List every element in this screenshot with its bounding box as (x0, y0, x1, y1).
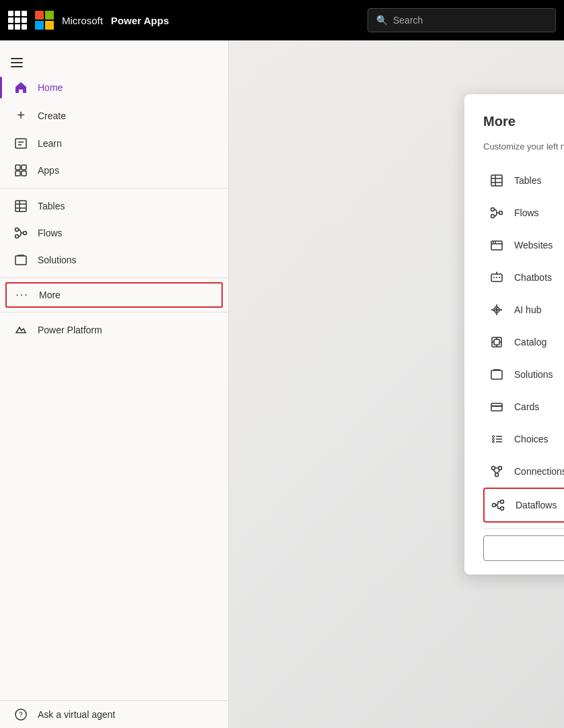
brand-name: Microsoft (62, 15, 103, 26)
more-panel-title: More (483, 114, 516, 129)
svg-point-68 (493, 503, 496, 506)
sidebar-item-more[interactable]: ··· More (7, 284, 221, 306)
svg-point-30 (493, 242, 494, 243)
sidebar-item-apps[interactable]: Apps (0, 157, 228, 184)
more-panel-item-label-dataflows: Dataflows (516, 500, 564, 510)
tables-icon (13, 199, 28, 213)
more-panel-item-label-websites: Websites (514, 240, 564, 251)
sidebar-item-label-home: Home (38, 82, 63, 93)
svg-text:?: ? (19, 711, 23, 719)
svg-line-65 (493, 469, 496, 473)
more-panel-header: More × (483, 110, 564, 132)
sidebar-item-ask-agent[interactable]: ? Ask a virtual agent (0, 701, 228, 728)
sidebar-item-label-solutions: Solutions (38, 255, 77, 265)
more-panel-item-label-tables: Tables (514, 175, 564, 186)
waffle-icon[interactable] (8, 11, 27, 30)
svg-rect-6 (22, 171, 26, 176)
svg-rect-0 (15, 139, 26, 148)
more-panel-item-connections[interactable]: Connections (483, 455, 564, 488)
more-panel-item-label-cards: Cards (514, 401, 564, 412)
svg-point-24 (499, 211, 503, 214)
dataflows-panel-icon (490, 498, 506, 512)
svg-rect-51 (491, 403, 502, 411)
solutions-icon (13, 253, 28, 267)
sidebar-item-label-ask-agent: Ask a virtual agent (38, 709, 115, 720)
microsoft-logo (35, 11, 54, 30)
flows-icon (13, 226, 28, 240)
more-panel-item-label-ai-hub: AI hub (514, 304, 564, 315)
svg-rect-5 (15, 171, 20, 176)
sidebar-item-label-more: More (39, 290, 61, 300)
choices-panel-icon (489, 432, 505, 446)
svg-rect-18 (491, 175, 502, 186)
apps-icon (13, 164, 28, 177)
sidebar-item-learn[interactable]: Learn (0, 130, 228, 157)
hamburger-button[interactable] (0, 51, 228, 74)
sidebar-bottom: ? Ask a virtual agent (0, 700, 228, 728)
sidebar-item-label-apps: Apps (38, 165, 59, 176)
svg-point-12 (24, 232, 27, 235)
websites-panel-icon (489, 238, 505, 252)
svg-rect-49 (491, 370, 502, 379)
svg-rect-43 (494, 339, 499, 345)
hamburger-icon (11, 58, 23, 67)
more-icon: ··· (15, 289, 30, 301)
panel-divider (483, 528, 564, 529)
sidebar-item-label-flows: Flows (38, 228, 63, 238)
search-box[interactable]: 🔍 Search (367, 8, 556, 32)
more-panel-item-flows[interactable]: Flows (483, 197, 564, 229)
svg-point-70 (501, 506, 504, 510)
home-icon (13, 81, 28, 94)
chatbots-panel-icon (489, 271, 505, 284)
sidebar-item-tables[interactable]: Tables (0, 193, 228, 220)
more-item-highlight: ··· More (5, 282, 223, 308)
more-panel-item-catalog[interactable]: Catalog (483, 326, 564, 358)
svg-point-23 (491, 207, 495, 211)
more-panel-item-cards[interactable]: Cards (483, 391, 564, 423)
more-panel-item-label-connections: Connections (514, 466, 564, 477)
svg-rect-7 (15, 201, 26, 211)
more-panel-item-label-solutions: Solutions (514, 369, 564, 380)
more-panel-item-label-choices: Choices (514, 434, 564, 444)
connections-panel-icon (489, 465, 505, 478)
more-panel-subtitle: Customize your left navigation items for… (483, 140, 564, 154)
more-panel-item-label-catalog: Catalog (514, 337, 564, 348)
svg-rect-3 (15, 165, 20, 170)
svg-rect-4 (22, 165, 26, 170)
discover-all-button[interactable]: Discover all (483, 535, 564, 561)
more-panel-item-choices[interactable]: Choices (483, 423, 564, 455)
more-panel-list: Tables (483, 164, 564, 523)
catalog-panel-icon (489, 335, 505, 349)
power-platform-icon (13, 323, 28, 337)
sidebar-item-create[interactable]: + Create (0, 101, 228, 130)
more-panel-item-ai-hub[interactable]: AI hub (483, 294, 564, 326)
more-panel: More × Customize your left navigation it… (464, 94, 564, 574)
svg-point-11 (15, 228, 19, 232)
search-placeholder: Search (393, 15, 423, 26)
svg-rect-15 (15, 256, 26, 265)
app-name: Power Apps (111, 15, 169, 26)
more-panel-item-solutions[interactable]: Solutions (483, 358, 564, 391)
svg-point-62 (499, 466, 502, 469)
svg-point-25 (491, 214, 495, 218)
svg-point-54 (493, 435, 495, 437)
svg-point-58 (493, 440, 495, 442)
more-panel-item-websites[interactable]: Websites (483, 229, 564, 261)
more-panel-item-chatbots[interactable]: Chatbots (483, 261, 564, 294)
top-navigation: Microsoft Power Apps 🔍 Search (0, 0, 564, 40)
sidebar-item-power-platform[interactable]: Power Platform (0, 317, 228, 343)
solutions-panel-icon (489, 368, 505, 381)
svg-point-13 (15, 235, 19, 238)
tables-panel-icon (489, 174, 505, 187)
create-icon: + (13, 108, 28, 123)
sidebar-item-home[interactable]: Home (0, 74, 228, 101)
more-panel-item-dataflows[interactable]: Dataflows (483, 488, 564, 523)
sidebar-item-flows[interactable]: Flows (0, 220, 228, 246)
sidebar-item-label-learn: Learn (38, 138, 62, 149)
more-panel-item-label-chatbots: Chatbots (514, 272, 564, 283)
svg-point-38 (496, 271, 497, 273)
more-panel-item-tables[interactable]: Tables (483, 164, 564, 197)
sidebar-item-solutions[interactable]: Solutions (0, 246, 228, 273)
svg-point-63 (495, 473, 499, 476)
search-icon: 🔍 (376, 15, 388, 26)
